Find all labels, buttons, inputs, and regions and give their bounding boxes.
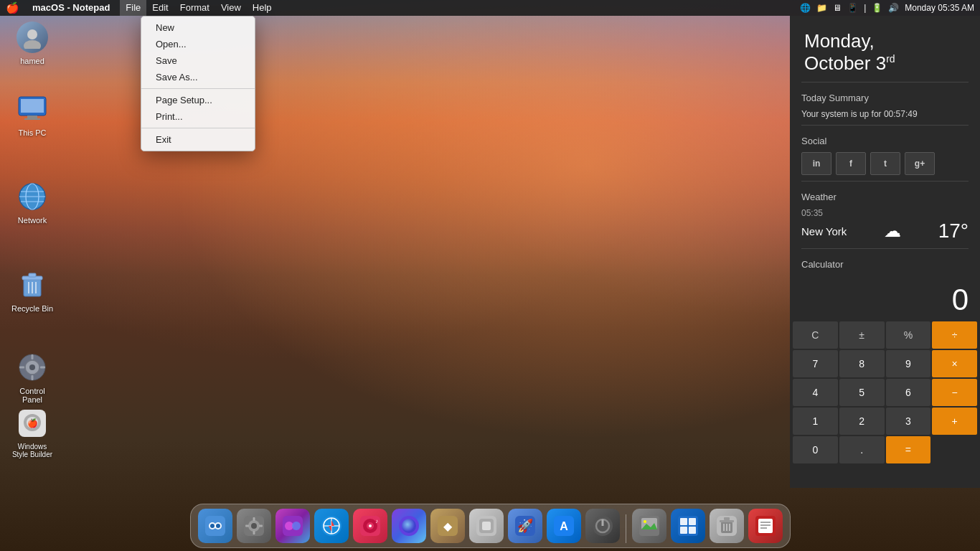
menu-item-pagesetup[interactable]: Page Setup...	[141, 92, 255, 108]
facebook-btn[interactable]: f	[836, 152, 866, 175]
menu-item-print[interactable]: Print...	[141, 108, 255, 125]
menu-item-saveas[interactable]: Save As...	[141, 69, 255, 85]
dock-metal[interactable]: ◆	[430, 509, 465, 543]
dock-power[interactable]	[585, 509, 620, 543]
dock-gamecenter[interactable]	[275, 509, 310, 543]
dock-aluminum[interactable]	[469, 509, 504, 543]
calc-btn-c[interactable]: C	[793, 321, 838, 349]
calc-btn-1[interactable]: 1	[793, 408, 838, 435]
dock-metro[interactable]	[671, 509, 705, 543]
googleplus-btn[interactable]: g+	[905, 152, 935, 175]
dock-notepad[interactable]	[748, 509, 783, 543]
network-label: Network	[16, 215, 49, 225]
apple-menu[interactable]: 🍎	[6, 1, 19, 14]
desktop-icon-controlpanel[interactable]: Control Panel	[7, 352, 57, 405]
panel-divider-social	[801, 181, 969, 182]
calc-btn-dot[interactable]: .	[839, 436, 885, 463]
desktop-icon-hamed[interactable]: hamed	[7, 22, 57, 66]
menu-view[interactable]: View	[215, 0, 247, 16]
svg-text:🍎: 🍎	[27, 418, 38, 428]
calc-btn-8[interactable]: 8	[839, 350, 885, 377]
desktop-icon-recyclebin[interactable]: Recycle Bin	[7, 269, 57, 314]
recyclebin-label: Recycle Bin	[9, 303, 55, 314]
dock-photoviewer[interactable]	[632, 509, 666, 543]
menu-format[interactable]: Format	[174, 0, 215, 16]
monitor-desktop-icon	[17, 93, 48, 125]
weather-temp: 17°	[938, 220, 969, 242]
calc-btn-percent[interactable]: %	[886, 321, 931, 349]
menu-help[interactable]: Help	[247, 0, 278, 16]
file-menu-dropdown: New Open... Save Save As... Page Setup..…	[141, 16, 255, 151]
calc-btn-divide[interactable]: ÷	[932, 321, 977, 349]
panel-date: Monday, October 3rd	[790, 16, 980, 82]
dock-settings[interactable]	[237, 509, 271, 543]
svg-rect-22	[19, 367, 24, 369]
calc-display: 0	[790, 276, 980, 321]
svg-rect-60	[482, 522, 491, 530]
svg-point-1	[24, 40, 41, 49]
desktop-icon-network[interactable]: Network	[7, 181, 57, 225]
calc-btn-2[interactable]: 2	[839, 408, 885, 435]
menu-item-save[interactable]: Save	[141, 52, 255, 69]
today-summary: Today Summary Your system is up for 00:5…	[790, 87, 980, 125]
svg-point-55	[402, 519, 416, 533]
svg-rect-74	[689, 518, 696, 525]
wifi-icon[interactable]: 🌐	[800, 3, 811, 13]
calculator-section: Calculator	[790, 253, 980, 270]
desktop: 🍎 macOS - Notepad File Edit Format View …	[0, 0, 980, 551]
dock-itunes[interactable]: ♪	[353, 509, 387, 543]
svg-point-0	[27, 29, 37, 39]
menu-edit[interactable]: Edit	[146, 0, 174, 16]
device-icon[interactable]: 📱	[847, 3, 858, 13]
date-line2: October 3rd	[804, 52, 966, 75]
menu-file[interactable]: File	[120, 0, 146, 16]
calc-btn-equals[interactable]: =	[886, 436, 931, 463]
linkedin-btn[interactable]: in	[801, 152, 831, 175]
svg-point-42	[292, 522, 301, 530]
calc-btn-4[interactable]: 4	[793, 379, 838, 406]
svg-rect-4	[27, 116, 37, 118]
menu-item-exit[interactable]: Exit	[141, 131, 255, 148]
folder-icon[interactable]: 📁	[816, 3, 827, 13]
volume-icon[interactable]: 🔊	[888, 3, 899, 13]
right-panel: Monday, October 3rd Today Summary Your s…	[790, 16, 980, 488]
battery-icon[interactable]: 🔋	[872, 3, 882, 13]
app-name[interactable]: macOS - Notepad	[27, 0, 116, 16]
desktop-icon-thispc[interactable]: This PC	[7, 93, 57, 138]
calc-btn-plus[interactable]: +	[932, 408, 977, 435]
calc-btn-0[interactable]: 0	[793, 436, 838, 463]
svg-point-31	[210, 524, 215, 528]
desktop-icon-winstyle[interactable]: 🍎 Windows Style Builder	[7, 408, 57, 459]
menu-item-new[interactable]: New	[141, 19, 255, 36]
weather-time: 05:35	[801, 208, 969, 218]
menu-item-open[interactable]: Open...	[141, 36, 255, 52]
svg-point-35	[251, 523, 257, 529]
twitter-btn[interactable]: t	[870, 152, 900, 175]
calc-btn-7[interactable]: 7	[793, 350, 838, 377]
svg-rect-80	[724, 517, 730, 520]
menubar-spacer: |	[864, 3, 866, 13]
calc-btn-6[interactable]: 6	[886, 379, 931, 406]
calc-btn-9[interactable]: 9	[886, 350, 931, 377]
dock-separator	[626, 514, 626, 543]
monitor-icon[interactable]: 🖥	[833, 3, 842, 13]
calc-btn-plusminus[interactable]: ±	[839, 321, 885, 349]
weather-cloud-icon: ☁	[884, 221, 901, 241]
dock-siri[interactable]	[392, 509, 426, 543]
dock-finder[interactable]	[198, 509, 232, 543]
dock: ♪ ◆ 🚀 A	[0, 501, 980, 551]
calc-btn-multiply[interactable]: ×	[932, 350, 977, 377]
winstyle-label: Windows Style Builder	[7, 442, 57, 459]
dock-safari[interactable]	[314, 509, 349, 543]
panel-divider-summary	[801, 125, 969, 126]
svg-rect-23	[40, 367, 45, 369]
dock-launchpad[interactable]: 🚀	[508, 509, 542, 543]
dock-trash[interactable]	[710, 509, 744, 543]
svg-rect-13	[29, 273, 36, 277]
svg-rect-21	[32, 375, 34, 380]
calc-btn-minus[interactable]: −	[932, 379, 977, 406]
social-section: Social in f t g+	[790, 130, 980, 181]
calc-btn-5[interactable]: 5	[839, 379, 885, 406]
dock-appstore[interactable]: A	[547, 509, 581, 543]
calc-btn-3[interactable]: 3	[886, 408, 931, 435]
